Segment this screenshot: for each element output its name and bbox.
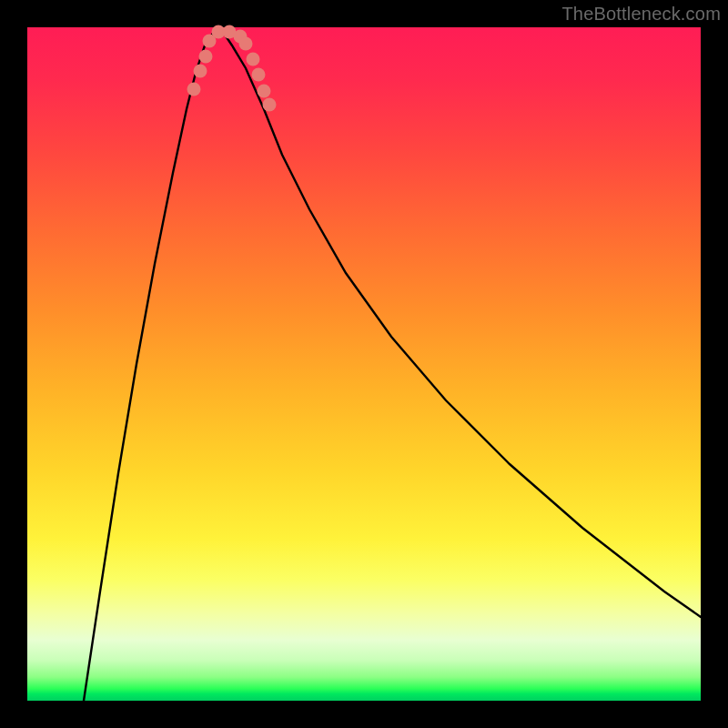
marker-dot [199,50,213,64]
gradient-plot-area [27,27,701,701]
marker-dot [239,37,253,51]
marker-dot [263,98,277,112]
marker-cluster-left [187,25,253,96]
bottleneck-curve-svg [27,27,701,701]
marker-dot [258,85,271,98]
marker-dot [194,65,207,78]
curve-path-group [84,32,701,701]
marker-dot [252,68,266,82]
chart-frame: TheBottleneck.com [0,0,728,728]
bottleneck-curve-path [84,32,701,701]
marker-dot [187,83,201,96]
marker-dot [247,53,260,66]
watermark-text: TheBottleneck.com [561,4,721,25]
